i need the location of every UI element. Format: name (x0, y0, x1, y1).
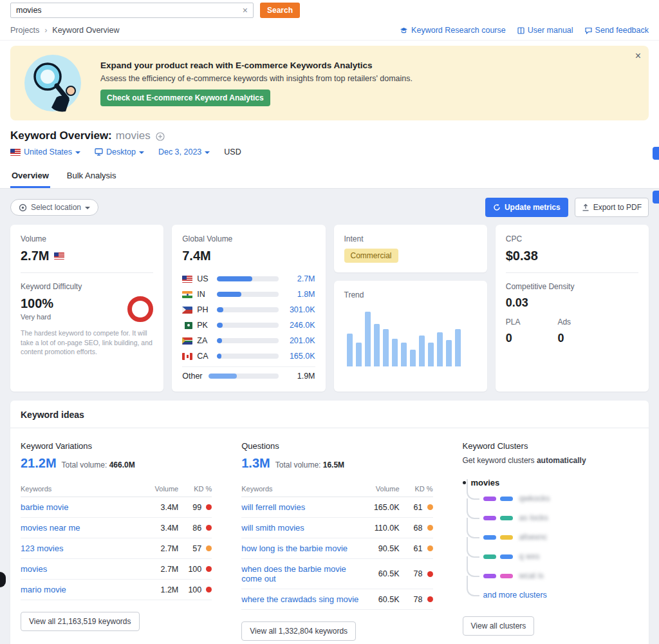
chevron-down-icon (139, 151, 144, 154)
tab-overview[interactable]: Overview (10, 167, 50, 188)
trend-label: Trend (344, 290, 477, 299)
trend-bar (437, 332, 443, 366)
kd-dot (427, 571, 433, 577)
keyword-ideas-section: Keyword ideas Keyword Variations 21.2M T… (10, 401, 649, 644)
variations-count: 21.2M (21, 456, 57, 471)
table-header: KeywordsVolumeKD % (21, 482, 212, 497)
global-volume-label: Global Volume (182, 234, 315, 243)
global-volume-value: 7.4M (182, 249, 315, 263)
search-button[interactable]: Search (260, 3, 300, 18)
cluster-pill (500, 554, 513, 559)
global-volume-row: PH 301.0K (182, 302, 315, 317)
graduation-cap-icon (400, 27, 408, 34)
keyword-link[interactable]: where the crawdads sing movie (241, 594, 366, 604)
pla-value: 0 (506, 332, 521, 345)
trend-bar (383, 329, 389, 366)
questions-column: Questions 1.3M Total volume: 16.5M Keywo… (241, 441, 432, 641)
table-row: 123 movies 2.7M 57 (21, 538, 212, 559)
update-metrics-button[interactable]: Update metrics (485, 198, 568, 217)
user-manual-link[interactable]: User manual (517, 26, 573, 35)
keyword-link[interactable]: how long is the barbie movie (241, 544, 366, 553)
ads-label: Ads (557, 317, 571, 327)
volume-bar-track (217, 354, 278, 359)
cluster-branch: qwkocks (467, 489, 638, 508)
global-volume-row-other: Other 1.9M (182, 366, 315, 382)
keyword-link[interactable]: will ferrell movies (241, 502, 366, 512)
tab-bulk-analysis[interactable]: Bulk Analysis (66, 167, 118, 188)
trend-bar (392, 339, 398, 366)
chevron-down-icon (75, 151, 80, 154)
keyword-research-course-link[interactable]: Keyword Research course (400, 26, 506, 35)
clear-search-icon[interactable]: × (243, 6, 248, 15)
chevron-down-icon (85, 207, 90, 209)
trend-card: Trend (334, 281, 487, 392)
cluster-pill (500, 574, 513, 578)
page-title: Keyword Overview: (10, 129, 112, 142)
breadcrumb-separator: › (44, 26, 47, 35)
volume-bar-track (209, 374, 279, 379)
country-volume[interactable]: 301.0K (283, 305, 315, 314)
country-code: ZA (197, 336, 212, 345)
cluster-name[interactable]: movies (463, 478, 638, 488)
country-code: IN (197, 290, 212, 299)
view-all-clusters-button[interactable]: View all clusters (463, 616, 535, 636)
keyword-link[interactable]: will smith movies (241, 523, 366, 533)
table-row: will smith movies 110.0K 68 (241, 518, 432, 538)
keyword-link[interactable]: movies near me (21, 523, 145, 533)
cluster-branch: afoexnc (467, 527, 638, 547)
volume-bar-track (217, 323, 278, 328)
table-row: how long is the barbie movie 90.5K 61 (241, 538, 432, 559)
export-to-pdf-button[interactable]: Export to PDF (575, 198, 649, 217)
banner-close-icon[interactable]: × (635, 51, 641, 61)
country-volume[interactable]: 165.0K (283, 352, 315, 361)
global-volume-row: PK 246.0K (182, 317, 315, 333)
keyword-link[interactable]: movies (21, 564, 145, 574)
desktop-icon (95, 148, 103, 156)
view-all-questions-button[interactable]: View all 1,332,804 keywords (241, 621, 356, 641)
keyword-link[interactable]: 123 movies (21, 544, 145, 553)
banner-description: Assess the efficiency of e-commerce keyw… (100, 74, 413, 83)
view-all-variations-button[interactable]: View all 21,163,519 keywords (21, 612, 140, 631)
intent-badge[interactable]: Commercial (344, 249, 398, 263)
search-input[interactable] (16, 6, 243, 15)
add-keyword-icon[interactable] (156, 132, 165, 141)
kd-dot (427, 545, 433, 551)
kd-dot (206, 545, 212, 551)
more-clusters-link[interactable]: and more clusters (483, 591, 547, 600)
search-box[interactable]: × (10, 3, 254, 18)
blurred-keyword: as locks (519, 513, 548, 522)
banner-cta-button[interactable]: Check out E-commerce Keyword Analytics (100, 90, 270, 106)
cluster-pill (483, 535, 496, 540)
send-feedback-link[interactable]: Send feedback (585, 26, 649, 35)
bullet-icon (463, 481, 466, 484)
country-volume[interactable]: 201.0K (283, 336, 315, 345)
kd-dot (206, 525, 212, 531)
country-filter[interactable]: United States (10, 147, 80, 156)
breadcrumb-projects[interactable]: Projects (10, 26, 39, 35)
trend-bar (410, 350, 416, 366)
kd-dot (206, 587, 212, 592)
select-location-dropdown[interactable]: Select location (10, 199, 98, 216)
keyword-link[interactable]: mario movie (21, 585, 145, 594)
country-volume[interactable]: 2.7M (283, 274, 315, 283)
country-flag (182, 307, 192, 314)
cluster-branch-more: and more clusters (467, 585, 638, 605)
keyword-link[interactable]: when does the barbie movie come out (241, 564, 366, 583)
keyword-link[interactable]: barbie movie (21, 502, 145, 512)
global-volume-row: IN 1.8M (182, 287, 315, 302)
trend-bar (428, 343, 434, 366)
blurred-keyword: qwkocks (519, 494, 550, 503)
floating-side-button[interactable] (653, 147, 659, 160)
country-volume[interactable]: 1.8M (283, 290, 315, 299)
table-row: movies 2.7M 100 (21, 559, 212, 580)
volume-bar-track (217, 276, 278, 281)
date-filter[interactable]: Dec 3, 2023 (158, 147, 210, 156)
device-filter[interactable]: Desktop (95, 147, 144, 156)
floating-side-button[interactable] (653, 191, 659, 204)
ads-value: 0 (557, 332, 571, 345)
page-title-keyword: movies (116, 129, 151, 142)
country-volume[interactable]: 246.0K (283, 321, 315, 330)
volume-bar-fill (217, 323, 223, 328)
trend-chart (344, 307, 477, 366)
trend-bar (455, 329, 461, 366)
